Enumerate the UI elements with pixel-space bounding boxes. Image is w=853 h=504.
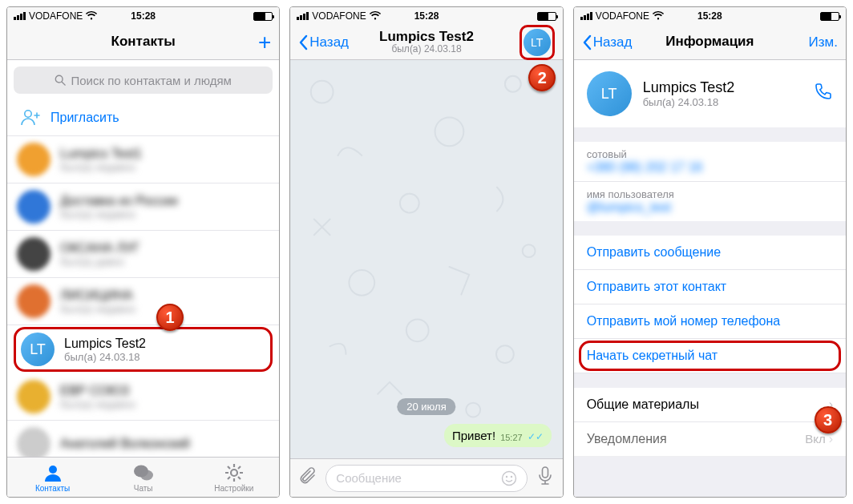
- profile-name: Lumpics Test2: [643, 79, 802, 96]
- actions-section: Отправить сообщение Отправить этот конта…: [574, 236, 846, 373]
- edit-button[interactable]: Изм.: [809, 34, 838, 50]
- paperclip-icon: [298, 466, 317, 486]
- settings-icon: [224, 462, 245, 483]
- contact-row[interactable]: Доставка из Россиибыл(а) недавно: [7, 183, 279, 231]
- contact-name: Lumpics Test2: [64, 337, 265, 351]
- contact-details-section: сотовый +380 (98) 202 17 16 имя пользова…: [574, 142, 846, 221]
- notifications-button[interactable]: Уведомления Вкл›: [574, 422, 846, 457]
- status-bar: VODAFONE 15:28: [290, 7, 562, 25]
- svg-line-1: [63, 82, 66, 85]
- nav-bar: Назад Информация Изм.: [574, 25, 846, 60]
- tab-settings[interactable]: Настройки: [188, 458, 279, 497]
- svg-point-6: [231, 470, 237, 476]
- carrier-label: VODAFONE: [29, 10, 83, 22]
- svg-point-26: [510, 475, 511, 477]
- nav-bar: Контакты +: [7, 25, 279, 60]
- profile-status: был(а) 24.03.18: [643, 96, 802, 108]
- search-input[interactable]: Поиск по контактам и людям: [14, 67, 273, 94]
- wifi-icon: [86, 10, 97, 22]
- send-my-number-button[interactable]: Отправить мой номер телефона: [574, 304, 846, 339]
- contact-row[interactable]: ОКСАНА ЛУГбыл(а) давно: [7, 231, 279, 278]
- svg-line-12: [238, 477, 241, 479]
- message-input[interactable]: Сообщение: [325, 465, 527, 492]
- step-badge-3: 3: [815, 406, 842, 433]
- avatar: LT: [524, 29, 551, 56]
- send-message-button[interactable]: Отправить сообщение: [574, 236, 846, 270]
- back-button[interactable]: Назад: [582, 34, 633, 50]
- contact-row[interactable]: Анатолий Волконский: [7, 421, 279, 457]
- step-badge-1: 1: [156, 304, 184, 331]
- profile-avatar-button[interactable]: LT: [519, 25, 555, 60]
- svg-point-22: [496, 345, 514, 363]
- status-bar: VODAFONE 15:28: [7, 7, 279, 25]
- contact-row[interactable]: Lumpics Test1был(а) недавно: [7, 136, 279, 183]
- invite-icon: [20, 108, 39, 127]
- svg-rect-27: [542, 467, 548, 478]
- attach-button[interactable]: [297, 466, 319, 490]
- phone-icon: [814, 82, 833, 101]
- nav-bar: Назад Lumpics Test2 был(а) 24.03.18 LT: [290, 25, 562, 60]
- mic-button[interactable]: [534, 466, 556, 490]
- info-content[interactable]: LT Lumpics Test2 был(а) 24.03.18 сотовый…: [574, 60, 846, 497]
- svg-point-21: [406, 319, 429, 341]
- status-bar: VODAFONE 15:28: [574, 7, 846, 25]
- page-title: Контакты: [111, 34, 176, 50]
- svg-point-15: [311, 81, 334, 103]
- message-time: 15:27: [500, 433, 523, 442]
- avatar: LT: [587, 71, 632, 116]
- contacts-icon: [42, 462, 63, 483]
- svg-line-11: [228, 466, 230, 469]
- svg-point-24: [502, 471, 515, 485]
- invite-friends-button[interactable]: Пригласить: [7, 100, 279, 136]
- svg-line-14: [238, 466, 241, 469]
- chat-input-bar: Сообщение: [290, 458, 562, 497]
- shared-media-button[interactable]: Общие материалы ›: [574, 388, 846, 422]
- phone-field[interactable]: сотовый +380 (98) 202 17 16: [574, 142, 846, 182]
- send-contact-button[interactable]: Отправить этот контакт: [574, 270, 846, 304]
- clock: 15:28: [131, 10, 156, 22]
- contact-row[interactable]: ЕВР СОЮЗбыл(а) недавно: [7, 373, 279, 421]
- svg-point-25: [505, 475, 507, 477]
- contact-status: был(а) 24.03.18: [64, 351, 265, 363]
- start-secret-chat-button[interactable]: Начать секретный чат: [574, 339, 846, 373]
- chat-title[interactable]: Lumpics Test2 был(а) 24.03.18: [379, 30, 474, 55]
- message-bubble[interactable]: Привет! 15:27 ✓✓: [444, 424, 552, 447]
- read-checkmarks-icon: ✓✓: [528, 431, 544, 442]
- microphone-icon: [537, 466, 553, 486]
- username-field[interactable]: имя пользователя @lumpics_test: [574, 182, 846, 221]
- screen-chat: VODAFONE 15:28 Назад Lumpics Test2 был(а…: [289, 6, 563, 498]
- svg-point-17: [435, 117, 464, 146]
- svg-point-23: [467, 403, 481, 417]
- svg-point-3: [49, 466, 57, 474]
- svg-point-5: [140, 470, 153, 480]
- svg-point-18: [400, 194, 419, 213]
- chats-icon: [132, 462, 155, 483]
- date-separator: 20 июля: [397, 398, 455, 415]
- sticker-icon: [501, 470, 517, 486]
- input-placeholder: Сообщение: [336, 471, 402, 485]
- search-icon: [55, 75, 66, 86]
- avatar: LT: [21, 333, 55, 366]
- battery-icon: [253, 12, 273, 21]
- message-text: Привет!: [452, 429, 495, 442]
- search-placeholder: Поиск по контактам и людям: [71, 74, 231, 87]
- tab-contacts[interactable]: Контакты: [7, 458, 98, 497]
- chat-area[interactable]: 20 июля Привет! 15:27 ✓✓: [290, 60, 562, 458]
- chevron-left-icon: [298, 34, 308, 50]
- screen-info: VODAFONE 15:28 Назад Информация Изм. LT …: [573, 6, 847, 498]
- svg-point-16: [505, 76, 521, 92]
- svg-line-13: [228, 477, 230, 479]
- contact-row[interactable]: ЛИСИЦИНАбыл(а) недавно: [7, 278, 279, 325]
- contact-row-highlighted[interactable]: LT Lumpics Test2был(а) 24.03.18: [14, 327, 273, 372]
- signal-icon: [14, 12, 26, 20]
- back-button[interactable]: Назад: [298, 34, 349, 50]
- tab-chats[interactable]: Чаты: [98, 458, 188, 497]
- tab-bar: Контакты Чаты Настройки: [7, 457, 279, 497]
- contacts-list[interactable]: Пригласить Lumpics Test1был(а) недавно Д…: [7, 100, 279, 457]
- invite-label: Пригласить: [51, 111, 119, 125]
- svg-point-19: [350, 270, 375, 296]
- svg-point-20: [523, 244, 536, 257]
- add-contact-button[interactable]: +: [258, 30, 271, 55]
- call-button[interactable]: [814, 82, 833, 106]
- page-title: Информация: [665, 34, 754, 50]
